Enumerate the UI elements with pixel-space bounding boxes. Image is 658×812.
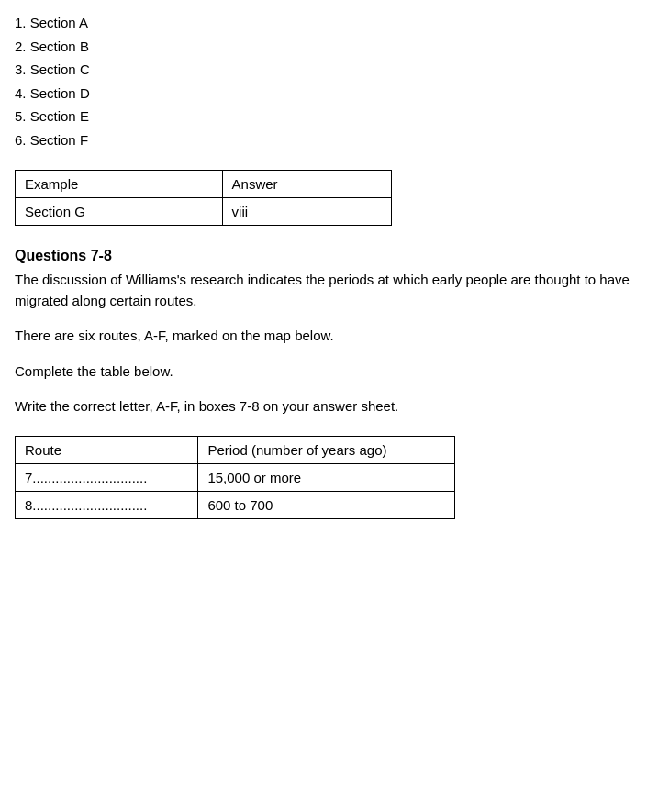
route-table-container: Route Period (number of years ago) 7....…: [15, 436, 643, 519]
list-item: 2. Section B: [15, 35, 643, 59]
list-item: 4. Section D: [15, 82, 643, 106]
route-row1-col2: 15,000 or more: [198, 463, 454, 491]
route-row2-col2: 600 to 700: [198, 491, 454, 518]
example-table: Example Answer Section G viii: [15, 170, 392, 226]
answer-header: Answer: [222, 171, 391, 198]
list-item: 5. Section E: [15, 105, 643, 128]
example-header: Example: [16, 171, 223, 198]
paragraph-3: Complete the table below.: [15, 362, 643, 383]
paragraph-4: Write the correct letter, A-F, in boxes …: [15, 396, 643, 417]
route-table: Route Period (number of years ago) 7....…: [15, 436, 455, 519]
section-list: 1. Section A 2. Section B 3. Section C 4…: [15, 11, 643, 151]
example-row1-col2: viii: [222, 198, 391, 226]
paragraph-1: The discussion of Williams's research in…: [15, 270, 643, 311]
example-row1-col1: Section G: [16, 198, 223, 226]
questions-title: Questions 7-8: [15, 248, 643, 264]
list-item: 6. Section F: [15, 128, 643, 152]
list-item: 1. Section A: [15, 11, 643, 35]
example-table-container: Example Answer Section G viii: [15, 170, 643, 226]
route-header: Route: [16, 436, 198, 463]
route-row1-col1: 7..............................: [16, 463, 198, 491]
questions-section: Questions 7-8 The discussion of Williams…: [15, 248, 643, 417]
paragraph-2: There are six routes, A-F, marked on the…: [15, 326, 643, 347]
list-item: 3. Section C: [15, 58, 643, 82]
route-row2-col1: 8..............................: [16, 491, 198, 518]
period-header: Period (number of years ago): [198, 436, 454, 463]
